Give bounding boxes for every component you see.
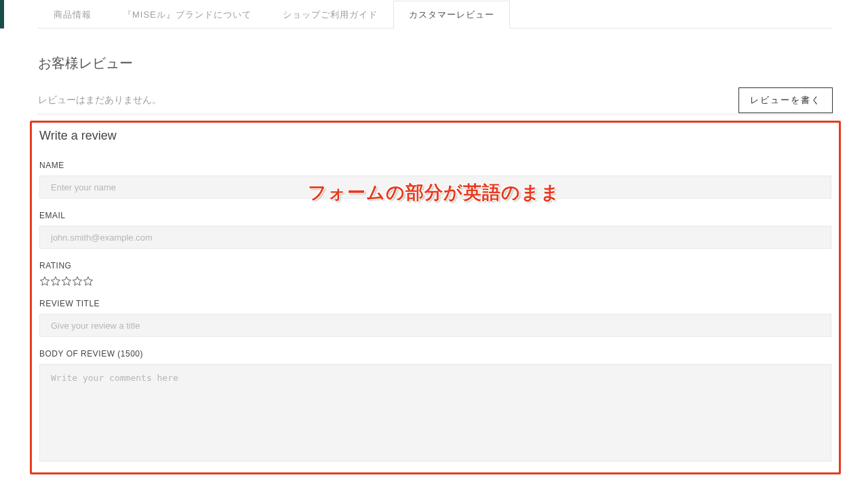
write-review-button[interactable]: レビューを書く <box>738 87 833 113</box>
name-input[interactable] <box>39 176 831 199</box>
tab-label: ショップご利用ガイド <box>283 9 378 21</box>
star-icon[interactable] <box>83 276 94 287</box>
review-header-row: レビューはまだありません。 レビューを書く <box>38 87 833 113</box>
review-body-textarea[interactable] <box>39 364 831 462</box>
tab-label: 商品情報 <box>54 9 92 21</box>
svg-marker-0 <box>40 277 49 285</box>
star-icon[interactable] <box>72 276 83 287</box>
no-reviews-text: レビューはまだありません。 <box>38 94 161 106</box>
svg-marker-3 <box>73 277 81 285</box>
page-content: 商品情報 『MISEル』ブランドについて ショップご利用ガイド カスタマーレビュ… <box>38 0 833 113</box>
rating-label: RATING <box>39 261 831 270</box>
review-section-title: お客様レビュー <box>38 54 833 73</box>
star-icon[interactable] <box>39 276 50 287</box>
review-form: Write a review NAME EMAIL RATING REVIEW … <box>39 129 831 464</box>
svg-marker-4 <box>83 277 92 285</box>
form-heading: Write a review <box>39 129 831 143</box>
email-input[interactable] <box>39 226 831 249</box>
svg-marker-2 <box>62 277 71 285</box>
tab-brand[interactable]: 『MISEル』ブランドについて <box>107 1 267 28</box>
body-label: BODY OF REVIEW (1500) <box>39 349 831 359</box>
rating-stars <box>39 276 831 287</box>
svg-marker-1 <box>51 277 60 285</box>
review-title-label: REVIEW TITLE <box>39 299 831 308</box>
star-icon[interactable] <box>50 276 61 287</box>
section-divider <box>38 114 833 115</box>
review-header: お客様レビュー レビューはまだありません。 レビューを書く <box>38 54 833 113</box>
tab-label: カスタマーレビュー <box>409 9 494 21</box>
name-label: NAME <box>39 161 831 170</box>
tab-shop-guide[interactable]: ショップご利用ガイド <box>267 1 393 28</box>
review-title-input[interactable] <box>39 314 831 337</box>
product-tabs: 商品情報 『MISEル』ブランドについて ショップご利用ガイド カスタマーレビュ… <box>38 0 833 28</box>
window-edge <box>0 0 4 28</box>
star-icon[interactable] <box>61 276 72 287</box>
email-label: EMAIL <box>39 211 831 220</box>
tab-label: 『MISEル』ブランドについて <box>123 9 252 21</box>
tab-customer-reviews[interactable]: カスタマーレビュー <box>393 1 510 28</box>
tab-product-info[interactable]: 商品情報 <box>38 1 107 28</box>
